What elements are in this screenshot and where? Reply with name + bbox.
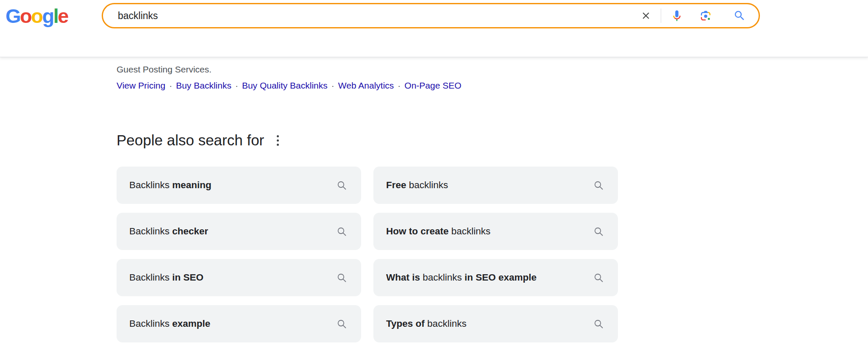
chip-label: What is backlinks in SEO example — [386, 272, 537, 283]
google-lens-icon — [699, 9, 712, 22]
search-divider — [661, 8, 661, 23]
chip-label-part: meaning — [172, 180, 211, 190]
google-mic-icon — [670, 9, 683, 22]
chip-label-part: Backlinks — [129, 226, 172, 236]
gray-magnifier-icon — [331, 180, 348, 191]
related-search-chip[interactable]: Backlinks meaning — [117, 167, 361, 204]
search-submit-button[interactable] — [733, 9, 746, 22]
logo-letter: l — [53, 3, 58, 29]
gray-magnifier-icon — [588, 226, 604, 237]
chip-label-part: What is — [386, 272, 420, 283]
chip-label-part: Backlinks — [129, 272, 172, 283]
chip-label-part: How to create — [386, 226, 449, 236]
gray-magnifier-icon — [588, 318, 604, 330]
chip-label-part: backlinks — [406, 180, 448, 190]
related-search-chip[interactable]: Backlinks in SEO — [117, 259, 361, 296]
logo-letter: e — [58, 3, 68, 29]
people-also-search-header: People also search for — [117, 132, 868, 149]
sitelink-separator: · — [398, 81, 401, 90]
chips-grid: Backlinks meaning Free backlinks Backlin… — [117, 167, 868, 342]
results-area: Guest Posting Services. View Pricing·Buy… — [0, 64, 868, 342]
blue-magnifier-icon — [733, 9, 746, 22]
chip-label-part: in SEO example — [465, 272, 537, 283]
chip-label: How to create backlinks — [386, 226, 490, 237]
sitelink[interactable]: Buy Backlinks — [176, 81, 231, 90]
gray-magnifier-icon — [331, 318, 348, 330]
sitelink[interactable]: View Pricing — [117, 81, 165, 90]
sitelink-separator: · — [331, 81, 334, 90]
chip-label: Backlinks in SEO — [129, 272, 203, 283]
related-search-chip[interactable]: Backlinks checker — [117, 213, 361, 250]
chip-label: Backlinks example — [129, 318, 210, 329]
search-controls — [640, 8, 746, 23]
logo-letter: g — [42, 3, 53, 29]
logo-letter: o — [31, 3, 42, 29]
search-box[interactable] — [102, 3, 760, 28]
chip-label: Free backlinks — [386, 180, 448, 191]
search-header: Google — [0, 0, 868, 57]
three-dot-menu-icon[interactable] — [273, 133, 282, 148]
search-input[interactable] — [118, 10, 640, 22]
sitelink[interactable]: On-Page SEO — [404, 81, 461, 90]
gray-magnifier-icon — [331, 226, 348, 237]
gray-magnifier-icon — [588, 180, 604, 191]
x-clear-icon — [640, 10, 651, 21]
chip-label-part: backlinks — [420, 272, 465, 283]
chip-label: Backlinks checker — [129, 226, 208, 237]
chip-label-part: Backlinks — [129, 318, 172, 329]
sitelinks: View Pricing·Buy Backlinks·Buy Quality B… — [117, 80, 868, 91]
chip-label: Types of backlinks — [386, 318, 467, 329]
voice-search-button[interactable] — [670, 9, 683, 22]
chip-label-part: in SEO — [172, 272, 203, 283]
result-snippet: Guest Posting Services. — [117, 64, 868, 75]
chip-label-part: Types of — [386, 318, 425, 329]
related-search-chip[interactable]: Free backlinks — [373, 167, 618, 204]
chip-label-part: Backlinks — [129, 180, 172, 190]
chip-label-part: backlinks — [449, 226, 491, 236]
related-search-chip[interactable]: What is backlinks in SEO example — [373, 259, 618, 296]
logo-letter: o — [20, 3, 31, 29]
image-search-button[interactable] — [699, 9, 712, 22]
chip-label-part: backlinks — [425, 318, 467, 329]
logo-letter: G — [6, 3, 20, 29]
sitelink[interactable]: Buy Quality Backlinks — [242, 81, 328, 90]
sitelink-separator: · — [169, 81, 172, 90]
gray-magnifier-icon — [331, 272, 348, 284]
people-also-search-title: People also search for — [117, 132, 264, 149]
related-search-chip[interactable]: How to create backlinks — [373, 213, 618, 250]
related-search-chip[interactable]: Backlinks example — [117, 305, 361, 342]
clear-search-button[interactable] — [640, 10, 651, 21]
google-logo[interactable]: Google — [6, 3, 68, 29]
sitelink[interactable]: Web Analytics — [338, 81, 394, 90]
chip-label-part: Free — [386, 180, 406, 190]
chip-label-part: checker — [172, 226, 208, 236]
chip-label-part: example — [172, 318, 210, 329]
chip-label: Backlinks meaning — [129, 180, 211, 191]
related-search-chip[interactable]: Types of backlinks — [373, 305, 618, 342]
sitelink-separator: · — [235, 81, 238, 90]
gray-magnifier-icon — [588, 272, 604, 284]
